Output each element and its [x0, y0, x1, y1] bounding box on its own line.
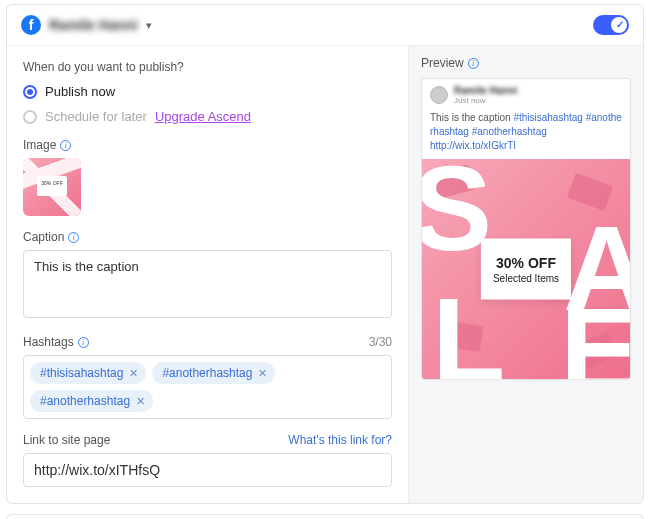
hashtag-chip: #anotherhashtag✕ — [30, 390, 153, 412]
remove-chip-icon[interactable]: ✕ — [258, 367, 267, 380]
hashtags-input[interactable]: #thisisahashtag✕ #anotherhashtag✕ #anoth… — [23, 355, 392, 419]
info-icon[interactable]: i — [60, 140, 71, 151]
remove-chip-icon[interactable]: ✕ — [136, 395, 145, 408]
offer-headline: 30% OFF — [493, 255, 559, 271]
facebook-preview: Preview i Ramile Hanni Just now This is … — [408, 46, 643, 503]
offer-sub: Selected Items — [493, 273, 559, 284]
instagram-panel-header: kamile_senth ▾ ✓ — [7, 515, 643, 519]
image-section-label: Image i — [23, 138, 392, 152]
remove-chip-icon[interactable]: ✕ — [129, 367, 138, 380]
facebook-account-selector[interactable]: f Ramile Hanni ▾ — [21, 15, 152, 35]
caption-input[interactable] — [23, 250, 392, 318]
caption-section-label: Caption i — [23, 230, 392, 244]
facebook-panel-header: f Ramile Hanni ▾ ✓ — [7, 5, 643, 46]
radio-icon — [23, 85, 37, 99]
publish-now-label: Publish now — [45, 84, 115, 99]
thumb-offer-label: 30% OFF — [37, 176, 67, 196]
image-thumbnail[interactable]: 30% OFF — [23, 158, 81, 216]
facebook-account-name: Ramile Hanni — [49, 17, 138, 33]
facebook-icon: f — [21, 15, 41, 35]
preview-account-name: Ramile Hanni — [454, 85, 517, 96]
link-header: Link to site page What's this link for? — [23, 433, 392, 447]
instagram-panel: kamile_senth ▾ ✓ When do you want to pub… — [6, 514, 644, 519]
publish-now-option[interactable]: Publish now — [23, 84, 392, 99]
schedule-later-option: Schedule for later Upgrade Ascend — [23, 109, 392, 124]
publish-question: When do you want to publish? — [23, 60, 392, 74]
facebook-panel: f Ramile Hanni ▾ ✓ When do you want to p… — [6, 4, 644, 504]
link-section-label: Link to site page — [23, 433, 110, 447]
preview-card-header: Ramile Hanni Just now — [422, 79, 630, 109]
hashtags-section-label: Hashtags i — [23, 335, 89, 349]
facebook-form: When do you want to publish? Publish now… — [7, 46, 408, 503]
hashtag-chip: #anotherhashtag✕ — [152, 362, 275, 384]
info-icon[interactable]: i — [68, 232, 79, 243]
preview-section-label: Preview i — [421, 56, 631, 70]
upgrade-link[interactable]: Upgrade Ascend — [155, 109, 251, 124]
preview-offer-box: 30% OFF Selected Items — [481, 239, 571, 300]
chevron-down-icon: ▾ — [146, 19, 152, 32]
hashtags-header: Hashtags i 3/30 — [23, 335, 392, 349]
preview-card: Ramile Hanni Just now This is the captio… — [421, 78, 631, 380]
hashtag-chip: #thisisahashtag✕ — [30, 362, 146, 384]
schedule-later-label: Schedule for later — [45, 109, 147, 124]
hashtags-counter: 3/30 — [369, 335, 392, 349]
link-input[interactable] — [23, 453, 392, 487]
preview-image: S A L E 30% OFF Selected Items — [422, 159, 630, 379]
facebook-enable-toggle[interactable]: ✓ — [593, 15, 629, 35]
info-icon[interactable]: i — [468, 58, 479, 69]
info-icon[interactable]: i — [78, 337, 89, 348]
avatar — [430, 86, 448, 104]
link-help-link[interactable]: What's this link for? — [288, 433, 392, 447]
facebook-panel-body: When do you want to publish? Publish now… — [7, 46, 643, 503]
preview-timestamp: Just now — [454, 96, 517, 105]
radio-icon — [23, 110, 37, 124]
preview-caption: This is the caption #thisisahashtag #ano… — [422, 109, 630, 159]
